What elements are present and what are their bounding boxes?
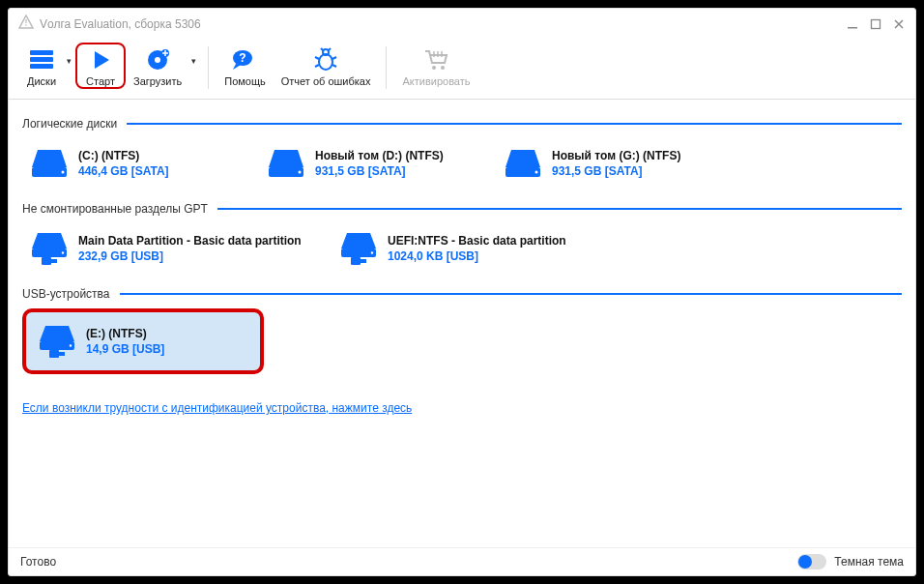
svg-point-16 xyxy=(441,66,445,70)
section-usb-devices: USB-устройства xyxy=(22,287,902,301)
svg-rect-5 xyxy=(30,57,53,62)
drive-item[interactable]: Новый том (D:) (NTFS) 931,5 GB [SATA] xyxy=(259,138,486,189)
svg-rect-27 xyxy=(341,248,376,257)
svg-point-14 xyxy=(323,49,329,55)
bug-icon xyxy=(310,46,341,73)
drive-name: Main Data Partition - Basic data partiti… xyxy=(78,234,302,248)
chevron-down-icon[interactable]: ▾ xyxy=(189,56,200,75)
status-text: Готово xyxy=(20,555,56,569)
drive-size: 931,5 GB [SATA] xyxy=(315,164,444,178)
svg-point-32 xyxy=(70,344,72,346)
help-icon: ? xyxy=(229,46,260,73)
svg-rect-6 xyxy=(30,64,53,69)
section-gpt-partitions: Не смонтированные разделы GPT xyxy=(22,202,902,216)
identification-help-link[interactable]: Если возникли трудности с идентификацией… xyxy=(22,401,412,415)
drive-size: 232,9 GB [USB] xyxy=(78,249,302,263)
minimize-icon[interactable] xyxy=(846,17,859,31)
load-button[interactable]: Загрузить xyxy=(126,43,189,89)
statusbar: Готово Темная тема xyxy=(9,547,915,575)
drive-item-selected[interactable]: (E:) (NTFS) 14,9 GB [USB] xyxy=(22,308,264,374)
activate-button[interactable]: Активировать xyxy=(394,43,477,89)
svg-point-20 xyxy=(299,171,302,174)
maximize-icon[interactable] xyxy=(869,17,882,31)
start-button[interactable]: Старт xyxy=(75,43,126,89)
drive-name: (E:) (NTFS) xyxy=(86,327,164,340)
svg-point-24 xyxy=(62,251,64,253)
svg-rect-26 xyxy=(51,259,57,263)
close-icon[interactable] xyxy=(892,17,906,31)
svg-rect-4 xyxy=(30,50,53,55)
svg-point-0 xyxy=(25,24,27,26)
svg-rect-30 xyxy=(361,259,366,263)
svg-point-28 xyxy=(371,251,373,253)
titlebar: Vолга Evaluation, сборка 5306 xyxy=(9,9,915,39)
app-logo-icon xyxy=(18,15,34,33)
svg-rect-29 xyxy=(351,257,361,265)
svg-point-22 xyxy=(535,171,538,174)
usb-drive-icon xyxy=(36,322,78,361)
drive-icon xyxy=(28,144,71,183)
disks-icon xyxy=(26,46,57,73)
drive-item[interactable]: Main Data Partition - Basic data partiti… xyxy=(22,223,322,274)
help-button[interactable]: ? Помощь xyxy=(217,43,274,89)
cart-icon xyxy=(420,46,451,73)
drive-name: (C:) (NTFS) xyxy=(78,149,169,162)
drive-size: 931,5 GB [SATA] xyxy=(552,164,680,178)
svg-point-15 xyxy=(432,66,436,70)
drive-size: 446,4 GB [SATA] xyxy=(78,164,169,178)
svg-point-13 xyxy=(319,54,332,70)
drive-item[interactable]: (C:) (NTFS) 446,4 GB [SATA] xyxy=(22,138,249,189)
drive-icon xyxy=(502,144,544,183)
svg-rect-25 xyxy=(42,257,51,265)
chevron-down-icon[interactable]: ▾ xyxy=(65,56,75,75)
app-window: Vолга Evaluation, сборка 5306 Диски ▾ Ст… xyxy=(8,8,916,576)
svg-rect-3 xyxy=(872,19,881,28)
svg-rect-23 xyxy=(32,248,67,257)
drive-size: 1024,0 KB [USB] xyxy=(388,249,566,263)
window-title: Vолга Evaluation, сборка 5306 xyxy=(40,17,201,31)
dark-theme-label: Темная тема xyxy=(834,555,904,569)
section-logical-disks: Логические диски xyxy=(22,117,902,131)
svg-rect-33 xyxy=(49,350,59,358)
usb-drive-icon xyxy=(337,229,380,268)
play-icon xyxy=(85,46,116,73)
svg-marker-7 xyxy=(95,51,109,69)
svg-text:?: ? xyxy=(240,51,246,65)
drive-item[interactable]: UEFI:NTFS - Basic data partition 1024,0 … xyxy=(332,223,631,274)
dark-theme-toggle[interactable] xyxy=(797,554,826,569)
drive-name: UEFI:NTFS - Basic data partition xyxy=(388,234,566,248)
drive-name: Новый том (G:) (NTFS) xyxy=(552,149,680,162)
svg-rect-1 xyxy=(25,19,26,23)
svg-point-18 xyxy=(62,171,65,174)
drive-icon xyxy=(265,144,307,183)
drive-item[interactable]: Новый том (G:) (NTFS) 931,5 GB [SATA] xyxy=(496,138,723,189)
bug-report-button[interactable]: Отчет об ошибках xyxy=(274,43,379,89)
usb-drive-icon xyxy=(28,229,71,268)
drive-size: 14,9 GB [USB] xyxy=(86,342,164,356)
toolbar: Диски ▾ Старт Загрузить ▾ ? Помощь xyxy=(9,39,915,100)
svg-rect-31 xyxy=(40,341,74,350)
content-area: Логические диски (C:) (NTFS) 446,4 GB [S… xyxy=(9,100,915,547)
svg-point-9 xyxy=(155,57,160,63)
load-icon xyxy=(142,46,173,73)
svg-rect-34 xyxy=(59,352,65,356)
drive-name: Новый том (D:) (NTFS) xyxy=(315,149,444,162)
svg-rect-2 xyxy=(848,27,857,29)
disks-button[interactable]: Диски xyxy=(18,43,65,89)
